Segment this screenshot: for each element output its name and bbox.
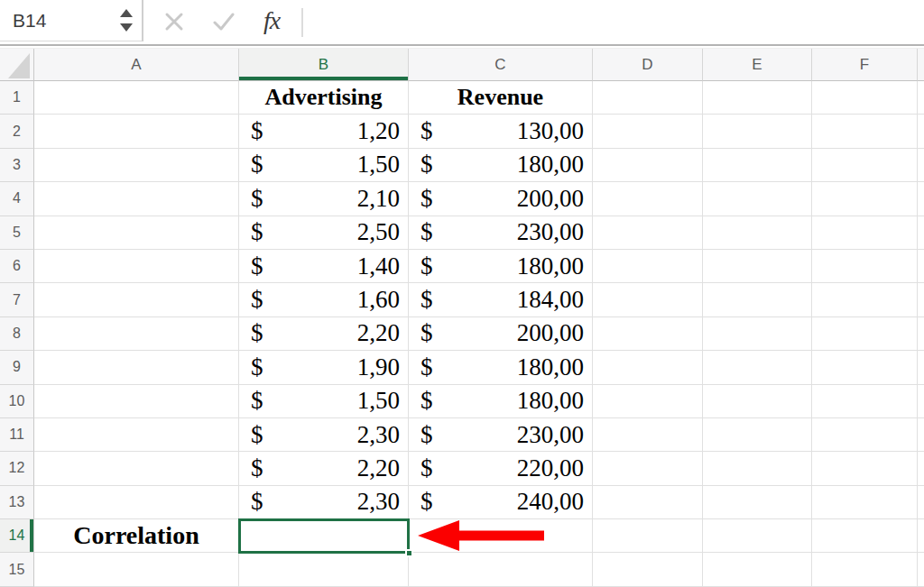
row-header-5[interactable]: 5 <box>0 216 34 250</box>
cell-B5[interactable]: $2,50 <box>239 216 409 250</box>
cell-C2[interactable]: $130,00 <box>409 115 593 148</box>
cell-D6[interactable] <box>593 250 703 283</box>
cell-B12[interactable]: $2,20 <box>239 452 409 485</box>
row-header-15[interactable]: 15 <box>0 553 34 586</box>
cell-E8[interactable] <box>703 317 812 351</box>
cell-F9[interactable] <box>812 351 918 384</box>
cell-A7[interactable] <box>34 283 239 316</box>
cell-F15[interactable] <box>812 553 918 586</box>
name-box-spinner[interactable] <box>120 0 133 41</box>
cell-C1[interactable]: Revenue <box>409 81 593 115</box>
cell-F12[interactable] <box>812 452 918 485</box>
cell-C10[interactable]: $180,00 <box>409 385 593 418</box>
cell-E12[interactable] <box>703 452 812 485</box>
formula-input[interactable] <box>307 0 924 44</box>
row-header-14[interactable]: 14 <box>0 519 34 553</box>
cell-F11[interactable] <box>812 418 918 452</box>
cell-A8[interactable] <box>34 317 239 351</box>
cell-E14[interactable] <box>703 519 812 553</box>
cell-D1[interactable] <box>593 81 703 115</box>
cell-E10[interactable] <box>703 385 812 418</box>
cell-C3[interactable]: $180,00 <box>409 149 593 182</box>
cell-F8[interactable] <box>812 317 918 351</box>
cell-D14[interactable] <box>593 519 703 553</box>
cell-F3[interactable] <box>812 149 918 182</box>
cell-A12[interactable] <box>34 452 239 485</box>
cell-B1[interactable]: Advertising <box>239 81 409 115</box>
row-header-13[interactable]: 13 <box>0 486 34 519</box>
cell-B13[interactable]: $2,30 <box>239 486 409 519</box>
cell-B11[interactable]: $2,30 <box>239 418 409 452</box>
cell-A2[interactable] <box>34 115 239 148</box>
row-header-2[interactable]: 2 <box>0 115 34 148</box>
cell-D10[interactable] <box>593 385 703 418</box>
cell-A10[interactable] <box>34 385 239 418</box>
cell-A3[interactable] <box>34 149 239 182</box>
cell-F4[interactable] <box>812 182 918 216</box>
column-header-b[interactable]: B <box>239 49 409 81</box>
cell-E7[interactable] <box>703 283 812 316</box>
cell-D7[interactable] <box>593 283 703 316</box>
row-header-7[interactable]: 7 <box>0 283 34 316</box>
cell-C9[interactable]: $180,00 <box>409 351 593 384</box>
spinner-down-icon[interactable] <box>120 23 133 32</box>
cell-A1[interactable] <box>34 81 239 115</box>
cell-C8[interactable]: $200,00 <box>409 317 593 351</box>
cell-D11[interactable] <box>593 418 703 452</box>
cell-F13[interactable] <box>812 486 918 519</box>
cell-B4[interactable]: $2,10 <box>239 182 409 216</box>
row-header-6[interactable]: 6 <box>0 250 34 283</box>
cell-D13[interactable] <box>593 486 703 519</box>
fill-handle[interactable] <box>405 549 413 557</box>
cell-A14[interactable]: Correlation <box>34 519 239 553</box>
cell-B6[interactable]: $1,40 <box>239 250 409 283</box>
cell-D5[interactable] <box>593 216 703 250</box>
row-header-8[interactable]: 8 <box>0 317 34 351</box>
cell-E1[interactable] <box>703 81 812 115</box>
cell-D2[interactable] <box>593 115 703 148</box>
cell-C7[interactable]: $184,00 <box>409 283 593 316</box>
cell-A5[interactable] <box>34 216 239 250</box>
cell-C4[interactable]: $200,00 <box>409 182 593 216</box>
cell-A15[interactable] <box>34 553 239 586</box>
cell-A11[interactable] <box>34 418 239 452</box>
cell-D15[interactable] <box>593 553 703 586</box>
cell-F1[interactable] <box>812 81 918 115</box>
cell-C6[interactable]: $180,00 <box>409 250 593 283</box>
cell-B3[interactable]: $1,50 <box>239 149 409 182</box>
cell-B2[interactable]: $1,20 <box>239 115 409 148</box>
row-header-4[interactable]: 4 <box>0 182 34 216</box>
column-header-e[interactable]: E <box>703 49 812 81</box>
cell-B10[interactable]: $1,50 <box>239 385 409 418</box>
cell-E5[interactable] <box>703 216 812 250</box>
select-all-button[interactable] <box>0 49 34 81</box>
cell-F6[interactable] <box>812 250 918 283</box>
cell-C12[interactable]: $220,00 <box>409 452 593 485</box>
cell-D8[interactable] <box>593 317 703 351</box>
cell-B7[interactable]: $1,60 <box>239 283 409 316</box>
cell-E4[interactable] <box>703 182 812 216</box>
name-box[interactable]: B14 <box>0 0 143 41</box>
cell-E2[interactable] <box>703 115 812 148</box>
cell-D9[interactable] <box>593 351 703 384</box>
cell-A13[interactable] <box>34 486 239 519</box>
cell-A9[interactable] <box>34 351 239 384</box>
column-header-c[interactable]: C <box>409 49 593 81</box>
row-header-3[interactable]: 3 <box>0 149 34 182</box>
spinner-up-icon[interactable] <box>120 9 133 17</box>
cell-C15[interactable] <box>409 553 593 586</box>
column-header-a[interactable]: A <box>34 49 239 81</box>
row-header-12[interactable]: 12 <box>0 452 34 485</box>
cell-E15[interactable] <box>703 553 812 586</box>
cell-D3[interactable] <box>593 149 703 182</box>
cell-B9[interactable]: $1,90 <box>239 351 409 384</box>
row-header-9[interactable]: 9 <box>0 351 34 384</box>
column-header-f[interactable]: F <box>812 49 918 81</box>
cancel-icon[interactable] <box>163 11 185 32</box>
cell-B15[interactable] <box>239 553 409 586</box>
cell-F2[interactable] <box>812 115 918 148</box>
cell-E6[interactable] <box>703 250 812 283</box>
cell-D12[interactable] <box>593 452 703 485</box>
cell-F10[interactable] <box>812 385 918 418</box>
cell-C5[interactable]: $230,00 <box>409 216 593 250</box>
